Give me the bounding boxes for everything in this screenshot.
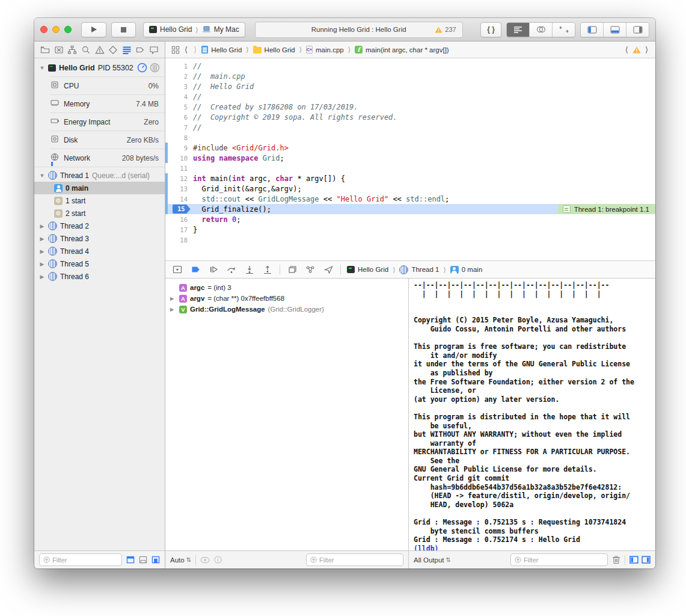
warning-icon[interactable] [632,46,641,54]
line-number[interactable]: 6 [165,114,193,121]
hide-debug-area-button[interactable] [171,263,183,276]
source-editor[interactable]: 1//2// main.cpp3// Hello Grid4//5// Crea… [165,58,655,261]
show-console-view-icon[interactable] [642,556,651,564]
simulate-location-button[interactable] [322,263,334,276]
code-line[interactable]: 5// Created by s1786208 on 17/03/2019. [165,102,655,112]
jumpbar-crumb[interactable]: Hello Grid [253,46,295,54]
assistant-editor-button[interactable] [529,23,552,37]
breakpoint-badge[interactable]: 15 [173,205,191,214]
line-number[interactable]: 11 [165,165,193,172]
version-editor-button[interactable] [552,23,575,37]
quicklook-eye-icon[interactable] [200,556,210,564]
step-over-button[interactable] [225,263,237,276]
code-line[interactable]: 1// [165,61,655,71]
debug-navigator-icon[interactable] [121,45,132,55]
threads-toggle-icon[interactable] [150,63,160,73]
run-button[interactable] [81,22,106,37]
process-row[interactable]: ▼ Hello Grid PID 55302 [34,58,165,76]
info-icon[interactable] [214,556,222,564]
zoom-window-button[interactable] [64,26,72,33]
breakpoint-navigator-icon[interactable] [135,45,145,55]
line-number[interactable]: 13 [165,185,193,192]
line-number[interactable]: 2 [165,73,193,80]
line-number[interactable]: 5 [165,103,193,111]
thread-list-item[interactable]: ⚙1 start [34,194,165,207]
jumpbar-crumb[interactable]: C+main.cpp [306,46,344,54]
thread-list-item[interactable]: ▶Thread 3 [34,232,165,245]
navigator-filter-field[interactable]: Filter [39,553,122,566]
debug-memory-graph-button[interactable] [304,263,316,276]
line-number[interactable]: 8 [165,134,193,141]
toggle-inspector-button[interactable] [626,23,649,37]
step-out-button[interactable] [262,263,274,276]
gauge-row-energy-impact[interactable]: Energy ImpactZero [50,112,165,131]
debug-view-hierarchy-button[interactable] [286,263,298,276]
line-number[interactable]: 3 [165,83,193,90]
debugbar-crumb[interactable]: Thread 1 [399,265,439,274]
disclosure-closed-icon[interactable]: ▶ [39,248,45,254]
step-into-button[interactable] [243,263,256,276]
code-line[interactable]: 13 Grid_init(&argc,&argv); [165,183,655,194]
gauge-row-disk[interactable]: DiskZero KB/s [50,131,165,149]
code-line[interactable]: 4// [165,91,655,102]
line-number[interactable]: 4 [165,93,193,100]
variable-row[interactable]: ▶VGrid::GridLogMessage(Grid::GridLogger) [165,304,408,315]
variables-filter-field[interactable]: Filter [306,553,403,566]
warning-count-badge[interactable]: 237 [435,26,456,33]
thread-list-item[interactable]: 0 main [34,182,165,194]
breakpoints-toggle-button[interactable] [189,263,201,276]
thread-list-item[interactable]: ⚙2 start [34,207,165,220]
gauge-row-network[interactable]: Network208 bytes/s [50,149,165,167]
line-number[interactable]: 9 [165,144,193,152]
disclosure-closed-icon[interactable]: ▶ [39,274,45,280]
console-filter-field[interactable]: Filter [510,553,608,566]
source-control-navigator-icon[interactable] [54,45,64,55]
symbol-navigator-icon[interactable] [67,45,78,55]
view-mode-interesting-icon[interactable] [152,556,160,564]
disclosure-open-icon[interactable]: ▼ [39,173,45,179]
code-line[interactable]: 9#include <Grid/Grid.h> [165,143,655,153]
debugbar-crumb[interactable]: Hello Grid [347,266,388,273]
line-number[interactable]: 15 [165,205,193,214]
line-number[interactable]: 1 [165,63,193,70]
console-output-popup[interactable]: All Output⇅ [414,556,451,564]
line-number[interactable]: 7 [165,124,193,131]
code-line[interactable]: 11 [165,163,655,173]
code-line[interactable]: 15 Grid_finalize();Thread 1: breakpoint … [165,204,655,214]
variables-scope-popup[interactable]: Auto⇅ [170,556,191,564]
jumpbar-crumb[interactable]: Hello Grid [201,46,242,54]
thread-list-item[interactable]: ▶Thread 5 [34,257,165,270]
disclosure-open-icon[interactable]: ▼ [39,65,45,71]
code-line[interactable]: 2// main.cpp [165,71,655,81]
go-forward-button[interactable]: ⟩ [192,45,198,54]
show-variables-view-icon[interactable] [629,556,639,564]
scheme-selector[interactable]: Hello Grid ⟩ My Mac [143,22,245,37]
thread-list-item[interactable]: ▶Thread 2 [34,220,165,232]
code-line[interactable]: 17} [165,224,655,235]
next-issue-button[interactable]: ⟩ [644,45,649,54]
line-number[interactable]: 12 [165,175,193,182]
code-line[interactable]: 6// Copyright © 2019 sopa. All rights re… [165,112,655,122]
related-items-icon[interactable] [171,46,180,54]
library-button[interactable]: { } [480,22,501,37]
code-line[interactable]: 10using namespace Grid; [165,153,655,163]
line-number[interactable]: 17 [165,226,193,233]
code-line[interactable]: 18 [165,235,655,245]
find-navigator-icon[interactable] [81,45,91,55]
code-line[interactable]: 14 std::cout << GridLogMessage << "Hello… [165,194,655,204]
console-output[interactable]: --|--|--|--|--|--|--|--|--|--|--|--|--|-… [409,279,655,550]
issue-navigator-icon[interactable] [94,45,105,55]
code-line[interactable]: 3// Hello Grid [165,81,655,91]
toggle-debug-area-button[interactable] [603,23,626,37]
disclosure-closed-icon[interactable]: ▶ [39,223,45,229]
standard-editor-button[interactable] [507,23,529,37]
variable-row[interactable]: Aargc= (int) 3 [165,282,408,293]
report-navigator-icon[interactable] [149,45,159,55]
line-number[interactable]: 18 [165,236,193,244]
code-line[interactable]: 8 [165,132,655,143]
previous-issue-button[interactable]: ⟨ [624,45,629,54]
toggle-navigator-button[interactable] [581,23,603,37]
line-number[interactable]: 14 [165,196,193,203]
breakpoint-annotation[interactable]: Thread 1: breakpoint 1.1 [558,204,655,214]
gauges-toggle-icon[interactable] [137,63,147,73]
